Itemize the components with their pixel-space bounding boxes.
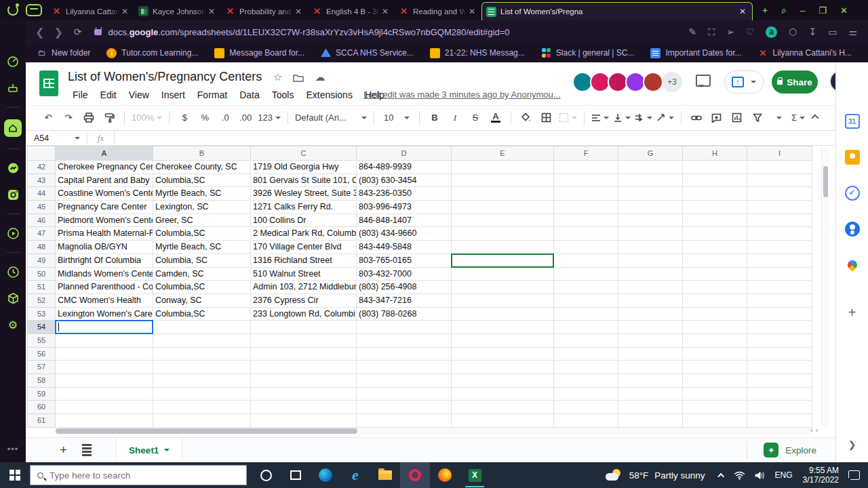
cell-G60[interactable] — [618, 401, 683, 414]
get-addons-button[interactable]: + — [848, 305, 856, 321]
zoom-select[interactable]: 100% — [132, 110, 162, 126]
extension-a-badge-icon[interactable]: a — [766, 26, 777, 38]
cell-E61[interactable] — [452, 414, 554, 428]
cell-H56[interactable] — [683, 348, 747, 361]
cell-G61[interactable] — [618, 414, 683, 428]
cell-C59[interactable] — [251, 388, 357, 401]
row-header-55[interactable]: 55 — [27, 334, 56, 348]
task-view-button[interactable] — [281, 462, 311, 488]
cell-B48[interactable]: Myrtle Beach, SC — [153, 241, 251, 254]
sheets-logo-icon[interactable] — [39, 70, 58, 96]
vertical-scrollbar-thumb[interactable] — [823, 166, 828, 197]
hidden-icons-chevron[interactable] — [719, 473, 724, 478]
tab-close-icon[interactable]: ✕ — [737, 7, 748, 16]
column-header-B[interactable]: B — [153, 146, 251, 161]
browser-tab-1[interactable]: ✕Lilyanna Cattani's Home✕ — [47, 2, 134, 20]
cell-C56[interactable] — [251, 348, 357, 361]
cell-E58[interactable] — [452, 374, 554, 388]
vertical-align-button[interactable] — [613, 110, 631, 126]
bookmark-item-5[interactable]: 21-22: NHS Messag... — [430, 48, 525, 58]
collaborator-overflow-badge[interactable]: +3 — [662, 72, 682, 92]
cell-C43[interactable]: 801 Gervais St Suite 101, C — [251, 174, 357, 188]
cell-D45[interactable]: 803-996-4973 — [357, 201, 452, 214]
cell-H44[interactable] — [683, 187, 747, 201]
cell-C57[interactable] — [251, 361, 357, 374]
cell-I42[interactable] — [747, 161, 812, 174]
minimize-window-button[interactable]: – — [800, 5, 805, 16]
taskbar-search-input[interactable] — [50, 470, 219, 481]
cell-A44[interactable]: Coastline Women's Cente — [56, 187, 153, 201]
cell-A52[interactable]: CMC Women's Health — [56, 294, 153, 308]
cell-F60[interactable] — [554, 401, 618, 414]
opera-gx-logo-icon[interactable] — [0, 0, 26, 20]
snapshot-icon[interactable]: ⛶ — [708, 26, 715, 38]
filter-views-caret[interactable] — [770, 110, 786, 126]
row-header-56[interactable]: 56 — [27, 348, 56, 361]
maps-icon[interactable] — [844, 257, 861, 273]
insert-link-button[interactable] — [688, 110, 705, 126]
cell-E46[interactable] — [452, 214, 554, 228]
cell-H42[interactable] — [683, 161, 747, 174]
cell-B60[interactable] — [153, 401, 251, 414]
cell-B42[interactable]: Cherokee County, SC — [153, 161, 251, 174]
cell-G45[interactable] — [618, 201, 683, 214]
tab-close-icon[interactable]: ✕ — [467, 7, 477, 16]
format-currency-button[interactable]: $ — [176, 110, 193, 126]
row-header-53[interactable]: 53 — [27, 308, 56, 321]
column-header-F[interactable]: F — [554, 146, 618, 161]
cell-F51[interactable] — [554, 281, 618, 294]
cell-F47[interactable] — [554, 227, 618, 241]
cell-B45[interactable]: Lexington, SC — [153, 201, 251, 214]
cell-C48[interactable]: 170 Village Center Blvd — [251, 241, 357, 254]
clock[interactable]: 9:55 AM 3/17/2022 — [803, 466, 839, 485]
cell-C58[interactable] — [251, 374, 357, 388]
wifi-icon[interactable] — [734, 471, 745, 480]
speed-dial-home-icon[interactable] — [4, 119, 22, 137]
cell-H49[interactable] — [683, 254, 747, 268]
reload-button[interactable]: ⟳ — [74, 26, 82, 37]
menu-extensions[interactable]: Extensions — [301, 87, 357, 102]
cell-D55[interactable] — [357, 334, 452, 348]
cell-A46[interactable]: Piedmont Women's Cente — [56, 214, 153, 228]
cell-F44[interactable] — [554, 187, 618, 201]
cell-D43[interactable]: (803) 630-3454 — [357, 174, 452, 188]
bookmark-item-2[interactable]: iTutor.com Learning... — [106, 48, 198, 58]
fill-color-button[interactable] — [518, 110, 534, 126]
move-folder-icon[interactable] — [293, 73, 304, 82]
cell-B56[interactable] — [153, 348, 251, 361]
cell-E45[interactable] — [452, 201, 554, 214]
cell-C50[interactable]: 510 Walnut Street — [251, 268, 357, 281]
menu-data[interactable]: Data — [235, 87, 264, 102]
cell-F55[interactable] — [554, 334, 618, 348]
menu-format[interactable]: Format — [193, 87, 232, 102]
cell-H57[interactable] — [683, 361, 747, 374]
cell-I59[interactable] — [747, 388, 812, 401]
bold-button[interactable]: B — [427, 110, 443, 126]
bookmark-item-7[interactable]: Important Dates for... — [650, 48, 741, 58]
cell-B55[interactable] — [153, 334, 251, 348]
column-header-E[interactable]: E — [452, 146, 554, 161]
edit-page-icon[interactable]: ✎ — [688, 26, 696, 37]
cell-H43[interactable] — [683, 174, 747, 188]
cell-H47[interactable] — [683, 227, 747, 241]
cell-I60[interactable] — [747, 401, 812, 414]
cell-G43[interactable] — [618, 174, 683, 188]
row-header-42[interactable]: 42 — [27, 161, 56, 174]
cell-B44[interactable]: Myrtle Beach, SC — [153, 187, 251, 201]
cell-I51[interactable] — [747, 281, 812, 294]
cell-E53[interactable] — [452, 308, 554, 321]
cell-H60[interactable] — [683, 401, 747, 414]
cell-E51[interactable] — [452, 281, 554, 294]
row-header-43[interactable]: 43 — [27, 174, 56, 188]
cell-A50[interactable]: Midlands Women's Cente — [56, 268, 153, 281]
cell-D48[interactable]: 843-449-5848 — [357, 241, 452, 254]
cell-A51[interactable]: Planned Parenthood - Col — [56, 281, 153, 294]
vertical-scrollbar[interactable] — [821, 147, 829, 426]
cell-A56[interactable] — [56, 348, 153, 361]
document-status-cloud-icon[interactable]: ☁ — [315, 71, 325, 83]
menu-file[interactable]: File — [68, 87, 93, 102]
excel-icon[interactable]: X — [460, 462, 490, 488]
cell-D47[interactable]: (803) 434-9660 — [357, 227, 452, 241]
cell-F56[interactable] — [554, 348, 618, 361]
cell-C55[interactable] — [251, 334, 357, 348]
